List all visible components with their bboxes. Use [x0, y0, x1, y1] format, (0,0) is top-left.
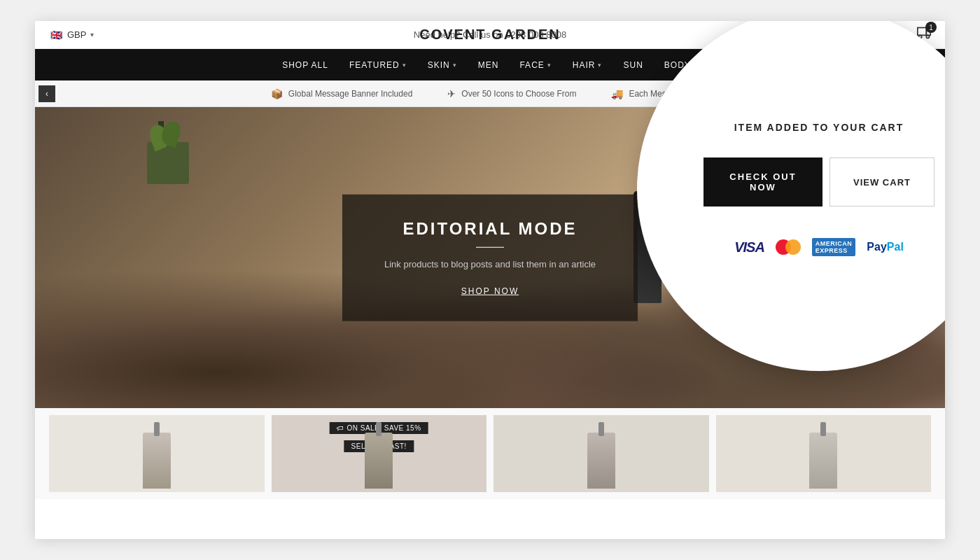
currency-selector[interactable]: 🇬🇧 GBP ▾ — [49, 29, 94, 40]
product-card-1[interactable] — [49, 415, 265, 492]
nav-item-men[interactable]: MEN — [478, 60, 499, 70]
currency-chevron-icon: ▾ — [90, 31, 94, 38]
currency-label[interactable]: GBP — [67, 29, 86, 40]
product-card-3[interactable] — [493, 415, 709, 492]
hero-overlay: EDITORIAL MODE Link products to blog pos… — [342, 195, 638, 321]
plant-decoration — [133, 121, 203, 233]
cart-action-buttons: CHECK OUT NOW VIEW CART — [704, 158, 934, 206]
banner-send-icon: ✈ — [447, 88, 456, 99]
cart-badge: 1 — [925, 22, 937, 33]
svg-point-8 — [926, 35, 929, 38]
products-row: 🏷 ON SALE! SAVE 15% SELLING FAST! — [35, 408, 945, 499]
cart-popup-title: ITEM ADDED TO YOUR CART — [734, 122, 904, 133]
view-cart-button[interactable]: VIEW CART — [830, 158, 934, 206]
product-image-4 — [809, 433, 837, 489]
hero-subtitle: Link products to blog posts and list the… — [384, 258, 596, 272]
payment-icons: VISA AMERICANEXPRESS PayPal — [734, 238, 904, 256]
checkout-button[interactable]: CHECK OUT NOW — [704, 158, 822, 206]
hero-shop-now-link[interactable]: SHOP NOW — [461, 286, 519, 295]
mastercard-icon — [776, 239, 801, 255]
amex-icon: AMERICANEXPRESS — [812, 238, 856, 256]
paypal-icon: PayPal — [867, 241, 903, 253]
product-image-1 — [143, 433, 171, 489]
nav-item-skin[interactable]: SKIN ▾ — [428, 60, 457, 70]
product-card-4[interactable] — [716, 415, 932, 492]
nav-item-featured[interactable]: FEATURED ▾ — [349, 60, 407, 70]
store-name: COVENT GARDEN — [419, 27, 561, 43]
banner-text-2: Over 50 Icons to Choose From — [461, 89, 576, 99]
hair-chevron-icon: ▾ — [598, 62, 602, 69]
banner-prev-button[interactable]: ‹ — [38, 85, 55, 102]
featured-chevron-icon: ▾ — [402, 62, 407, 69]
nav-item-shop-all[interactable]: SHOP ALL — [282, 60, 328, 70]
hero-title: EDITORIAL MODE — [384, 219, 596, 239]
face-chevron-icon: ▾ — [547, 62, 552, 69]
hero-divider — [476, 247, 504, 248]
skin-chevron-icon: ▾ — [453, 62, 457, 69]
banner-truck-icon: 🚚 — [611, 88, 623, 99]
flag-icon: 🇬🇧 — [49, 30, 63, 40]
visa-icon: VISA — [734, 239, 764, 255]
product-badge-text: ON SALE! SAVE 15% — [346, 424, 421, 432]
product-image-2 — [365, 433, 393, 489]
nav-item-sun[interactable]: SUN — [623, 60, 643, 70]
banner-item-1: 📦 Global Message Banner Included — [271, 88, 412, 99]
banner-item-2: ✈ Over 50 Icons to Choose From — [447, 88, 576, 99]
nav-item-hair[interactable]: HAIR ▾ — [573, 60, 603, 70]
nav-item-face[interactable]: FACE ▾ — [519, 60, 551, 70]
banner-package-icon: 📦 — [271, 88, 283, 99]
mastercard-right-circle — [785, 239, 801, 255]
product-image-3 — [587, 433, 615, 489]
banner-text-1: Global Message Banner Included — [288, 89, 412, 99]
product-card-2[interactable]: 🏷 ON SALE! SAVE 15% SELLING FAST! — [272, 415, 487, 492]
